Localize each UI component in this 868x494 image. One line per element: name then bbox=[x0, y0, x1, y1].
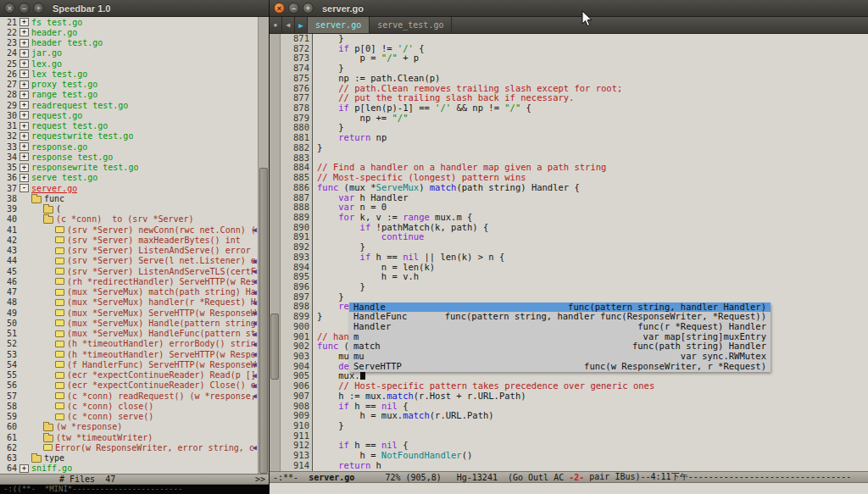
speedbar-row[interactable]: 40(c *conn) to (srv *Server) bbox=[0, 214, 258, 225]
speedbar-row[interactable]: 33+response.go bbox=[0, 142, 258, 152]
speedbar-row[interactable]: 23+header_test.go bbox=[0, 38, 258, 48]
speedbar-row[interactable]: 61(tw *timeoutWriter) bbox=[0, 432, 258, 442]
speedbar-row[interactable]: 51(mux *ServeMux) HandleFunc(pattern st◀ bbox=[0, 329, 258, 339]
folder-icon[interactable] bbox=[31, 196, 42, 203]
speedbar-row[interactable]: 43(srv *Server) ListenAndServe() error bbox=[0, 246, 258, 256]
tag-icon[interactable] bbox=[55, 309, 64, 316]
tag-icon[interactable] bbox=[55, 402, 64, 409]
tag-icon[interactable] bbox=[55, 268, 64, 275]
speedbar-scrollbar[interactable] bbox=[258, 17, 269, 474]
expand-plus-icon[interactable]: + bbox=[19, 28, 29, 36]
speedbar-row[interactable]: 37-server.go bbox=[0, 183, 258, 193]
speedbar-row[interactable]: 60(w *response) bbox=[0, 422, 258, 432]
tag-icon[interactable] bbox=[55, 392, 64, 399]
scrollbar-thumb[interactable] bbox=[259, 168, 268, 474]
completion-item[interactable]: Handlerfunc(r *Request) Handler bbox=[349, 322, 771, 332]
folder-icon[interactable] bbox=[43, 424, 53, 431]
editor-line[interactable]: 910 } bbox=[281, 421, 868, 431]
speedbar-row[interactable]: 54(f HandlerFunc) ServeHTTP(w ResponseW◀ bbox=[0, 359, 258, 369]
speedbar-row[interactable]: 30+request.go bbox=[0, 110, 258, 120]
tabbar-scroll-left-icon[interactable]: ◀ bbox=[282, 17, 295, 33]
expand-plus-icon[interactable]: + bbox=[19, 142, 29, 151]
maximize-button[interactable]: + bbox=[303, 3, 314, 14]
close-button[interactable]: × bbox=[4, 3, 15, 14]
speedbar-row[interactable]: 55(ecr *expectContinueReader) Read(p []◀ bbox=[0, 370, 258, 380]
expand-plus-icon[interactable]: + bbox=[19, 91, 29, 99]
expand-plus-icon[interactable]: + bbox=[19, 80, 29, 89]
speedbar-row[interactable]: 57(c *conn) readRequest() (w *response,◀ bbox=[0, 391, 258, 401]
collapse-minus-icon[interactable]: - bbox=[19, 184, 29, 192]
speedbar-row[interactable]: 49(mux *ServeMux) ServeHTTP(w ResponseW◀ bbox=[0, 308, 258, 318]
editor-line[interactable]: 873 p = "/" + p bbox=[281, 53, 868, 64]
speedbar-row[interactable]: 31+request_test.go bbox=[0, 121, 258, 131]
expand-plus-icon[interactable]: + bbox=[19, 132, 29, 141]
scroll-right-indicator[interactable]: >> bbox=[255, 475, 265, 484]
folder-icon[interactable] bbox=[31, 455, 42, 463]
tab-serve_test-go[interactable]: serve_test.go bbox=[370, 17, 452, 33]
speedbar-row[interactable]: 39( bbox=[0, 204, 258, 214]
expand-plus-icon[interactable]: + bbox=[19, 101, 29, 109]
editor-line[interactable]: 881 return np bbox=[281, 133, 868, 143]
expand-plus-icon[interactable]: + bbox=[19, 49, 29, 58]
editor-titlebar[interactable]: × – + server.go bbox=[270, 0, 868, 17]
editor-line[interactable]: 882} bbox=[281, 143, 868, 153]
speedbar-row[interactable]: 24+jar.go bbox=[0, 48, 258, 58]
tag-icon[interactable] bbox=[55, 319, 64, 326]
speedbar-row[interactable]: 45(srv *Server) ListenAndServeTLS(certF◀ bbox=[0, 266, 258, 276]
editor-line[interactable]: 896 } bbox=[281, 282, 868, 292]
tag-icon[interactable] bbox=[55, 226, 64, 233]
speedbar-titlebar[interactable]: × – + Speedbar 1.0 bbox=[0, 0, 269, 17]
speedbar-row[interactable]: 42(srv *Server) maxHeaderBytes() int bbox=[0, 235, 258, 245]
speedbar-row[interactable]: 46(rh *redirectHandler) ServeHTTP(w Res◀ bbox=[0, 276, 258, 286]
tabbar-home-icon[interactable]: ▪ bbox=[270, 17, 282, 33]
tag-icon[interactable] bbox=[55, 361, 64, 368]
minimize-button[interactable]: – bbox=[288, 3, 299, 14]
editor-scrollbar[interactable] bbox=[270, 34, 281, 471]
tag-icon[interactable] bbox=[55, 299, 64, 306]
speedbar-row[interactable]: 27+proxy_test.go bbox=[0, 80, 258, 90]
expand-plus-icon[interactable]: + bbox=[19, 164, 29, 172]
expand-plus-icon[interactable]: + bbox=[19, 39, 29, 47]
tag-icon[interactable] bbox=[55, 247, 64, 254]
maximize-button[interactable]: + bbox=[33, 3, 44, 14]
speedbar-row[interactable]: 56(ecr *expectContinueReader) Close() e◀ bbox=[0, 380, 258, 391]
speedbar-row[interactable]: 35+responsewrite_test.go bbox=[0, 163, 258, 173]
minimize-button[interactable]: – bbox=[19, 3, 30, 14]
tag-icon[interactable] bbox=[55, 278, 64, 285]
editor-line[interactable]: 879 np += "/" bbox=[281, 114, 868, 124]
speedbar-row[interactable]: 62Error(w ResponseWriter, error string, … bbox=[0, 442, 258, 452]
tag-icon[interactable] bbox=[55, 341, 64, 347]
close-button[interactable]: × bbox=[274, 3, 285, 14]
expand-plus-icon[interactable]: + bbox=[19, 69, 29, 78]
tag-icon[interactable] bbox=[55, 236, 64, 243]
speedbar-row[interactable]: 28+range_test.go bbox=[0, 90, 258, 100]
expand-plus-icon[interactable]: + bbox=[19, 18, 29, 26]
folder-icon[interactable] bbox=[43, 435, 53, 442]
speedbar-row[interactable]: 29+readrequest_test.go bbox=[0, 100, 258, 110]
tabbar-scroll-right-icon[interactable]: ▶ bbox=[295, 17, 308, 33]
speedbar-row[interactable]: 38func bbox=[0, 193, 258, 203]
speedbar-row[interactable]: 34+response_test.go bbox=[0, 152, 258, 162]
speedbar-row[interactable]: 64+sniff.go bbox=[0, 463, 258, 474]
speedbar-row[interactable]: 50(mux *ServeMux) Handle(pattern string◀ bbox=[0, 318, 258, 328]
speedbar-row[interactable]: 47(mux *ServeMux) match(path string) Ha◀ bbox=[0, 287, 258, 297]
expand-plus-icon[interactable]: + bbox=[19, 153, 29, 161]
folder-icon[interactable] bbox=[43, 206, 53, 214]
editor-line[interactable]: 891 continue bbox=[281, 232, 868, 242]
speedbar-row[interactable]: 48(mux *ServeMux) handler(r *Request) H◀ bbox=[0, 297, 258, 308]
editor-line[interactable]: 909 h = mux.match(r.URL.Path) bbox=[281, 411, 868, 421]
tag-icon[interactable] bbox=[55, 414, 64, 420]
speedbar-row[interactable]: 25+lex.go bbox=[0, 58, 258, 69]
speedbar-row[interactable]: 63type bbox=[0, 453, 258, 463]
tag-icon[interactable] bbox=[55, 330, 64, 337]
editor-line[interactable]: 895 h = v.h bbox=[281, 272, 868, 282]
speedbar-row[interactable]: 58(c *conn) close() bbox=[0, 401, 258, 411]
tag-icon[interactable] bbox=[55, 382, 64, 389]
speedbar-row[interactable]: 59(c *conn) serve() bbox=[0, 412, 258, 422]
speedbar-row[interactable]: 32+requestwrite_test.go bbox=[0, 131, 258, 142]
expand-plus-icon[interactable]: + bbox=[19, 464, 29, 473]
speedbar-row[interactable]: 22+header.go bbox=[0, 27, 258, 37]
tag-icon[interactable] bbox=[55, 372, 64, 379]
expand-plus-icon[interactable]: + bbox=[19, 111, 29, 119]
speedbar-row[interactable]: 52(h *timeoutHandler) errorBody() strin◀ bbox=[0, 339, 258, 349]
